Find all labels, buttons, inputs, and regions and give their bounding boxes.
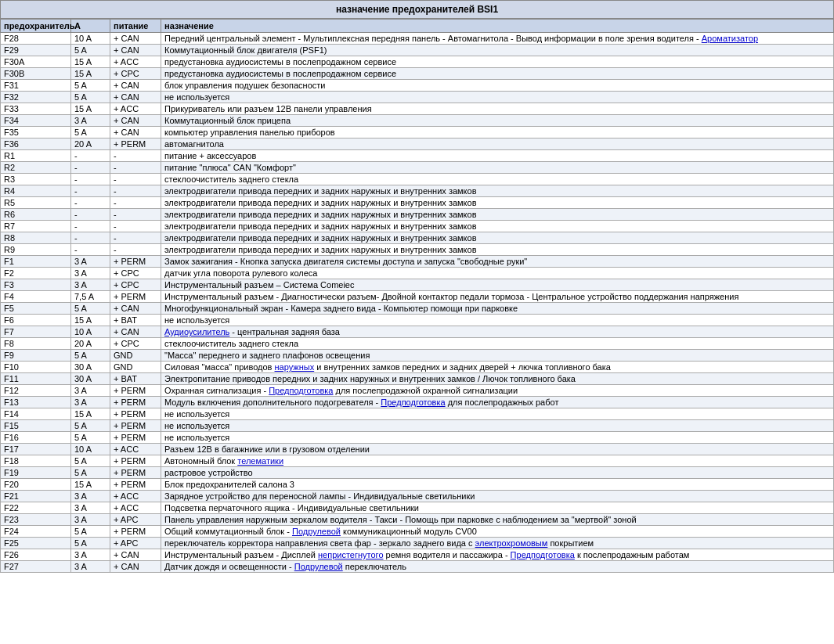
fuse-name: F24: [1, 526, 71, 538]
link-naruzhnykh[interactable]: наружных: [275, 362, 315, 372]
fuse-amp: 20 A: [71, 338, 110, 350]
fuse-desc: электродвигатели привода передних и задн…: [161, 232, 834, 244]
fuse-name: F2: [1, 268, 71, 279]
fuse-amp: 10 A: [71, 444, 110, 455]
fuse-desc: не используется: [161, 408, 834, 420]
fuse-type: + CAN: [110, 92, 161, 103]
fuse-name: F12: [1, 385, 71, 397]
fuse-type: + ACC: [110, 444, 161, 455]
link-predpodgotovka-f26[interactable]: Предподготовка: [511, 550, 575, 559]
table-row: R5--электродвигатели привода передних и …: [1, 197, 834, 209]
fuse-type: -: [110, 174, 161, 185]
fuse-desc: Разъем 12В в багажнике или в грузовом от…: [161, 444, 834, 455]
link-nepristegnutogo[interactable]: непристегнутого: [318, 550, 383, 559]
fuse-type: + PERM: [110, 432, 161, 444]
fuse-name: F17: [1, 444, 71, 455]
fuse-amp: 15 A: [71, 68, 110, 80]
fuse-type: + CAN: [110, 45, 161, 56]
fuse-type: + BAT: [110, 315, 161, 326]
fuse-amp: 3 A: [71, 549, 110, 561]
table-row: F355 A+ CANкомпьютер управления панелью …: [1, 127, 834, 139]
fuse-type: GND: [110, 362, 161, 373]
fuse-type: + PERM: [110, 385, 161, 397]
fuse-amp: 5 A: [71, 350, 110, 362]
fuse-amp: -: [71, 162, 110, 174]
table-row: R9--электродвигатели привода передних и …: [1, 244, 834, 256]
fuse-type: + PERM: [110, 526, 161, 538]
table-row: F820 A+ CPCстеклоочиститель заднего стек…: [1, 338, 834, 350]
fuse-name: F30B: [1, 68, 71, 80]
fuse-name: F11: [1, 373, 71, 385]
fuse-desc: Инструментальный разъем – Система Comeie…: [161, 279, 834, 291]
table-row: F55 A+ CANМногофункциональный экран - Ка…: [1, 303, 834, 315]
fuse-amp: 5 A: [71, 303, 110, 315]
fuse-type: + PERM: [110, 420, 161, 432]
fuse-name: F31: [1, 80, 71, 92]
fuse-amp: 5 A: [71, 127, 110, 139]
fuse-amp: 3 A: [71, 256, 110, 268]
link-podrulevoy-f24[interactable]: Подрулевой: [292, 527, 341, 536]
fuse-name: F22: [1, 502, 71, 514]
fuse-desc: Коммутационный блок двигателя (PSF1): [161, 45, 834, 56]
fuse-amp: 15 A: [71, 408, 110, 420]
fuse-name: F1: [1, 256, 71, 268]
fuse-desc: Коммутационный блок прицепа: [161, 115, 834, 127]
fuse-name: F18: [1, 455, 71, 467]
fuse-name: F36: [1, 139, 71, 150]
fuse-amp: 3 A: [71, 279, 110, 291]
fuse-type: + CAN: [110, 561, 161, 573]
fuse-name: F3: [1, 279, 71, 291]
link-telematiki[interactable]: телематики: [237, 456, 283, 466]
fuse-name: F5: [1, 303, 71, 315]
fuse-name: R4: [1, 185, 71, 197]
fuse-type: -: [110, 232, 161, 244]
fuse-name: F13: [1, 397, 71, 408]
fuse-desc: электродвигатели привода передних и задн…: [161, 209, 834, 221]
fuse-desc: Аудиоусилитель - центральная задняя база: [161, 326, 834, 338]
fuse-amp: 20 A: [71, 139, 110, 150]
fuse-type: + CAN: [110, 303, 161, 315]
fuse-name: F20: [1, 479, 71, 491]
fuse-type: + PERM: [110, 408, 161, 420]
fuse-type: + PERM: [110, 479, 161, 491]
table-row: F3620 A+ PERMавтомагнитола: [1, 139, 834, 150]
fuse-amp: 30 A: [71, 373, 110, 385]
fuse-name: F14: [1, 408, 71, 420]
fuse-type: + PERM: [110, 397, 161, 408]
fuse-amp: 3 A: [71, 268, 110, 279]
link-electrokhromovym[interactable]: электрохромовым: [475, 538, 548, 548]
fuse-desc: Передний центральный элемент - Мультипле…: [161, 33, 834, 45]
fuse-amp: 15 A: [71, 479, 110, 491]
link-predpodgotovka-f13[interactable]: Предподготовка: [381, 398, 445, 407]
fuse-desc: Блок предохранителей салона 3: [161, 479, 834, 491]
fuse-desc: Зарядное устройство для переносной лампы…: [161, 491, 834, 502]
fuse-type: + CPC: [110, 268, 161, 279]
fuse-desc: Электропитание приводов передних и задни…: [161, 373, 834, 385]
link-predpodgotovka-f12[interactable]: Предподготовка: [269, 386, 333, 395]
fuse-type: + ACC: [110, 502, 161, 514]
fuse-name: R5: [1, 197, 71, 209]
table-row: F165 A+ PERMне используется: [1, 432, 834, 444]
fuse-desc: Силовая "масса" приводов наружных и внут…: [161, 362, 834, 373]
table-row: F185 A+ PERMАвтономный блок телематики: [1, 455, 834, 467]
table-row: F213 A+ ACCЗарядное устройство для перен…: [1, 491, 834, 502]
page-title: назначение предохранителей BSI1: [0, 0, 834, 19]
fuse-amp: 5 A: [71, 432, 110, 444]
fuse-name: F8: [1, 338, 71, 350]
table-row: R7--электродвигатели привода передних и …: [1, 221, 834, 232]
fuse-desc: стеклоочиститель заднего стекла: [161, 338, 834, 350]
fuse-name: F32: [1, 92, 71, 103]
fuse-type: + BAT: [110, 373, 161, 385]
fuse-desc: Инструментальный разъем - Диагностически…: [161, 291, 834, 303]
fuse-type: + CAN: [110, 33, 161, 45]
fuse-desc: питание + аксессуаров: [161, 150, 834, 162]
table-row: F295 A+ CANКоммутационный блок двигателя…: [1, 45, 834, 56]
link-podrulevoy-f27[interactable]: Подрулевой: [294, 562, 343, 571]
fuse-name: R7: [1, 221, 71, 232]
fuse-type: + CPC: [110, 338, 161, 350]
link-audiosililitel[interactable]: Аудиоусилитель: [164, 327, 229, 336]
link-aromatizator[interactable]: Ароматизатор: [702, 34, 758, 43]
table-row: F47,5 A+ PERMИнструментальный разъем - Д…: [1, 291, 834, 303]
fuse-type: + PERM: [110, 455, 161, 467]
fuse-amp: 5 A: [71, 526, 110, 538]
